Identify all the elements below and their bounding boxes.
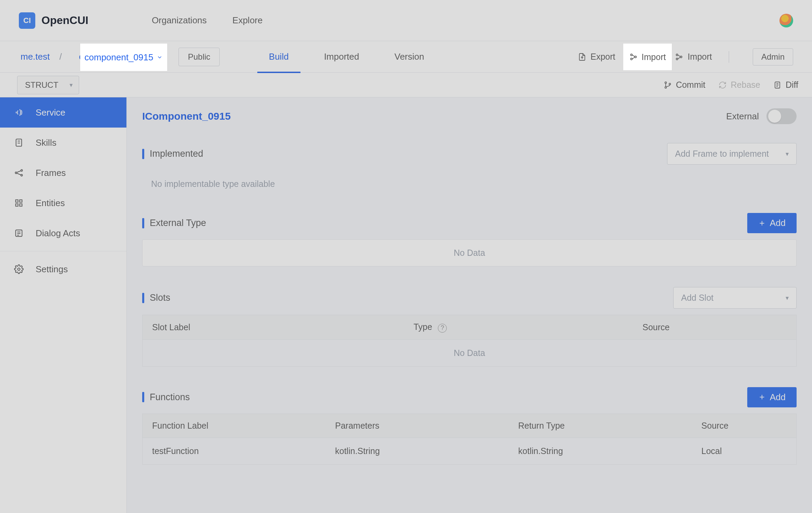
- add-slot-placeholder: Add Slot: [681, 293, 714, 302]
- sidebar-item-label: Skills: [36, 138, 57, 148]
- rebase-button[interactable]: Rebase: [718, 80, 760, 90]
- functions-title: Functions: [150, 392, 190, 403]
- external-type-add-button[interactable]: Add: [747, 213, 797, 233]
- sidebar-item-label: Dialog Acts: [36, 228, 80, 239]
- implemented-title: Implemented: [150, 148, 203, 159]
- fn-source: Local: [692, 438, 796, 464]
- breadcrumb-project-label: component_0915: [79, 51, 148, 62]
- avatar[interactable]: [779, 14, 793, 27]
- import-icon: [675, 52, 684, 61]
- section-functions: Functions Add Function Label Parameters …: [142, 387, 797, 465]
- clone-label: Clone: [640, 52, 663, 62]
- service-icon: [14, 107, 24, 118]
- import-label: Import: [688, 52, 712, 62]
- sidebar-item-label: Frames: [36, 168, 66, 178]
- refresh-icon: [718, 81, 727, 89]
- slots-col-label: Slot Label: [143, 315, 404, 340]
- dialog-acts-icon: [14, 228, 24, 238]
- sidebar-item-settings[interactable]: Settings: [0, 254, 126, 284]
- add-label: Add: [770, 392, 786, 403]
- tab-build[interactable]: Build: [268, 41, 290, 72]
- struct-select[interactable]: STRUCT: [17, 76, 79, 94]
- clone-button[interactable]: Clone: [627, 52, 663, 62]
- svg-point-7: [669, 83, 670, 85]
- functions-col-source: Source: [692, 414, 796, 438]
- plus-icon: [758, 219, 766, 227]
- svg-rect-12: [16, 139, 22, 146]
- add-frame-placeholder: Add Frame to implement: [675, 149, 769, 158]
- logo-letters: CI: [23, 16, 31, 25]
- app-logo[interactable]: CI: [19, 12, 35, 29]
- sidebar-item-entities[interactable]: Entities: [0, 188, 126, 218]
- branch-icon: [664, 81, 672, 89]
- svg-point-3: [676, 58, 678, 60]
- svg-point-17: [21, 175, 23, 176]
- functions-col-label: Function Label: [143, 414, 326, 438]
- entities-icon: [14, 198, 24, 208]
- svg-point-4: [680, 56, 682, 58]
- sidebar-item-service[interactable]: Service: [0, 97, 126, 128]
- export-icon: [578, 52, 587, 61]
- add-slot-select[interactable]: Add Slot: [673, 287, 797, 309]
- visibility-button[interactable]: Public: [179, 48, 219, 66]
- section-slots: Slots Add Slot Slot Label Type ? Source: [142, 287, 797, 367]
- skills-icon: [14, 138, 24, 148]
- slots-col-source: Source: [633, 315, 796, 340]
- svg-point-26: [18, 268, 20, 271]
- breadcrumb-org[interactable]: me.test: [21, 51, 50, 62]
- tab-imported[interactable]: Imported: [323, 41, 361, 72]
- sidebar-item-skills[interactable]: Skills: [0, 128, 126, 158]
- external-toggle[interactable]: [766, 108, 797, 124]
- svg-rect-21: [20, 204, 22, 206]
- svg-rect-20: [16, 204, 18, 206]
- admin-button[interactable]: Admin: [753, 48, 793, 65]
- rebase-label: Rebase: [731, 80, 760, 90]
- slots-table: Slot Label Type ? Source No Data: [142, 315, 797, 367]
- fn-label: testFunction: [143, 438, 326, 464]
- functions-col-ret: Return Type: [509, 414, 692, 438]
- svg-point-16: [21, 170, 23, 171]
- breadcrumb-sep: /: [59, 51, 62, 62]
- fn-params: kotlin.String: [325, 438, 509, 464]
- svg-rect-18: [16, 200, 18, 202]
- section-implemented: Implemented Add Frame to implement No im…: [142, 143, 797, 192]
- section-external-type: External Type Add No Data: [142, 213, 797, 266]
- struct-select-label: STRUCT: [25, 80, 58, 90]
- functions-table: Function Label Parameters Return Type So…: [142, 414, 797, 465]
- gear-icon: [14, 264, 24, 274]
- diff-button[interactable]: Diff: [773, 80, 798, 90]
- external-label: External: [726, 111, 759, 122]
- sidebar-item-frames[interactable]: Frames: [0, 158, 126, 188]
- frames-icon: [14, 168, 24, 178]
- import-button[interactable]: Import: [675, 52, 712, 62]
- sidebar-item-label: Entities: [36, 198, 65, 208]
- functions-add-button[interactable]: Add: [747, 387, 797, 407]
- commit-button[interactable]: Commit: [664, 80, 705, 90]
- commit-label: Commit: [676, 80, 705, 90]
- external-type-no-data: No Data: [142, 239, 797, 266]
- tab-version[interactable]: Version: [393, 41, 426, 72]
- slots-title: Slots: [150, 293, 170, 303]
- svg-point-15: [15, 172, 17, 174]
- sidebar-item-label: Settings: [36, 264, 68, 275]
- chevron-down-icon: [151, 54, 157, 60]
- svg-point-2: [676, 54, 678, 56]
- export-button[interactable]: Export: [578, 52, 615, 62]
- svg-point-5: [665, 82, 666, 83]
- nav-organizations[interactable]: Organizations: [152, 15, 207, 26]
- page-title: IComponent_0915: [142, 110, 231, 122]
- functions-col-params: Parameters: [325, 414, 509, 438]
- slots-no-data: No Data: [143, 339, 797, 366]
- diff-label: Diff: [786, 80, 798, 90]
- table-row[interactable]: testFunction kotlin.String kotlin.String…: [143, 438, 797, 464]
- add-frame-select[interactable]: Add Frame to implement: [667, 143, 797, 165]
- app-name: OpenCUI: [41, 14, 88, 27]
- sidebar-item-dialog-acts[interactable]: Dialog Acts: [0, 218, 126, 248]
- sidebar-separator: [0, 251, 126, 251]
- implemented-empty-msg: No implementable type available: [142, 171, 797, 192]
- help-icon[interactable]: ?: [438, 324, 447, 333]
- breadcrumb-project[interactable]: component_0915: [71, 48, 165, 65]
- nav-explore[interactable]: Explore: [232, 15, 262, 26]
- add-label: Add: [770, 218, 786, 228]
- external-type-title: External Type: [150, 218, 206, 228]
